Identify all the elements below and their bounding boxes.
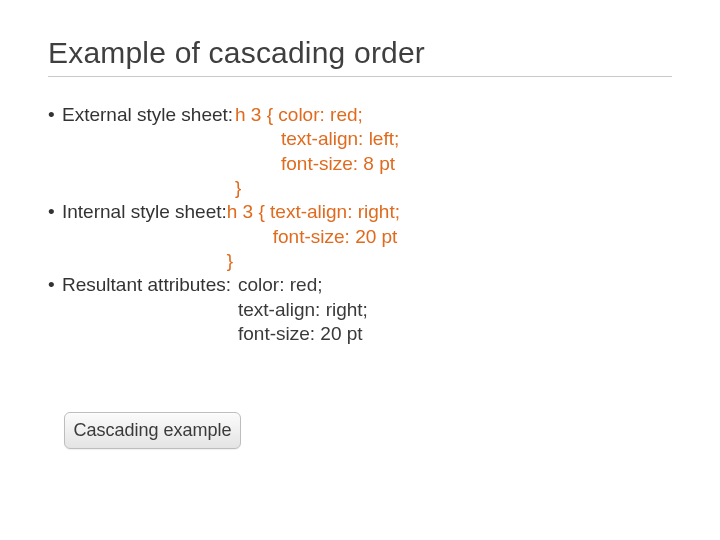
ext-prop2: text-align: left; bbox=[281, 128, 399, 149]
resultant-label: Resultant attributes: bbox=[62, 273, 238, 297]
int-close: } bbox=[227, 250, 233, 271]
ext-prop3: font-size: 8 pt bbox=[281, 153, 395, 174]
bullet-resultant: • Resultant attributes: color: red; text… bbox=[48, 273, 672, 346]
ext-close: } bbox=[235, 177, 241, 198]
ext-selector: h 3 { bbox=[235, 104, 278, 125]
int-selector: h 3 { bbox=[227, 201, 270, 222]
bullet-dot: • bbox=[48, 103, 62, 127]
external-code: h 3 { color: red; text-align: left; font… bbox=[235, 103, 399, 200]
internal-code: h 3 { text-align: right; font-size: 20 p… bbox=[227, 200, 400, 273]
bullet-dot: • bbox=[48, 200, 62, 224]
int-prop1: text-align: right; bbox=[270, 201, 400, 222]
resultant-code: color: red; text-align: right; font-size… bbox=[238, 273, 368, 346]
bullet-external: • External style sheet: h 3 { color: red… bbox=[48, 103, 672, 200]
int-prop2: font-size: 20 pt bbox=[273, 226, 398, 247]
res-prop3: font-size: 20 pt bbox=[238, 323, 363, 344]
res-prop2: text-align: right; bbox=[238, 299, 368, 320]
cascading-example-button[interactable]: Cascading example bbox=[64, 412, 241, 449]
slide-body: • External style sheet: h 3 { color: red… bbox=[48, 103, 672, 346]
bullet-internal: • Internal style sheet: h 3 { text-align… bbox=[48, 200, 672, 273]
bullet-dot: • bbox=[48, 273, 62, 297]
external-label: External style sheet: bbox=[62, 103, 235, 127]
title-underline bbox=[48, 76, 672, 77]
ext-prop1: color: red; bbox=[278, 104, 362, 125]
slide: Example of cascading order • External st… bbox=[0, 0, 720, 540]
slide-title: Example of cascading order bbox=[48, 36, 672, 70]
internal-label: Internal style sheet: bbox=[62, 200, 227, 224]
res-prop1: color: red; bbox=[238, 274, 322, 295]
button-label: Cascading example bbox=[73, 420, 231, 441]
